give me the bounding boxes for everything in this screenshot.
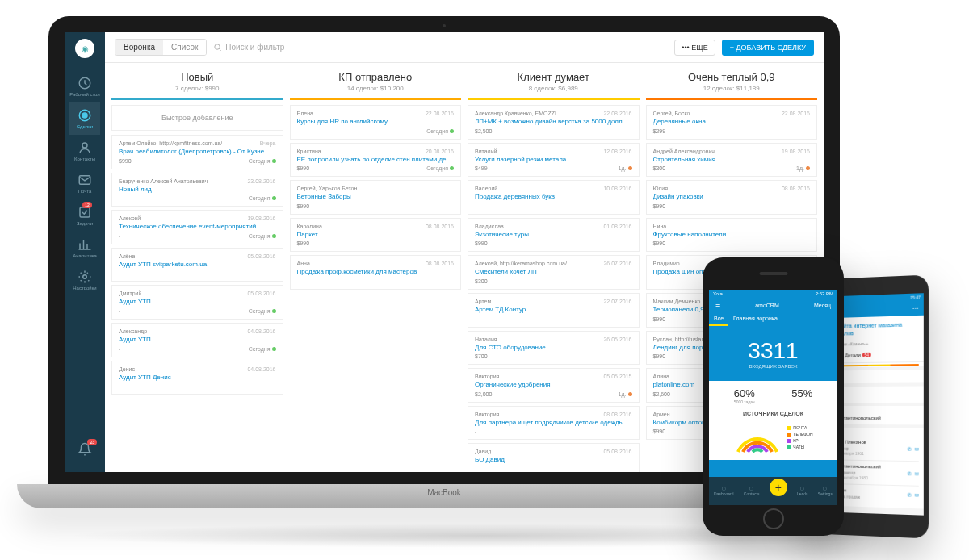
card-title: Фруктовые наполнители xyxy=(653,231,811,239)
deal-card[interactable]: Александр04.08.2016 Аудит УТП -Сегодня xyxy=(111,323,283,357)
deal-card[interactable]: Дмитрий05.08.2016 Аудит УТП -Сегодня xyxy=(111,285,283,320)
card-price: - xyxy=(119,233,120,239)
deal-card[interactable]: Виктория08.08.2016 Для партнера ищет под… xyxy=(468,406,640,441)
deal-card[interactable]: Артем Олейко, http://kpmfitness.com.ua/В… xyxy=(111,135,283,169)
nav-deals[interactable]: Сделки xyxy=(69,102,100,135)
card-title: Органические удобрения xyxy=(475,381,632,389)
call-icon[interactable]: ✆ xyxy=(908,446,912,452)
card-status: Сегодня xyxy=(426,128,454,134)
card-title: Строительная химия xyxy=(653,156,811,164)
deal-card[interactable]: Сергей, Боско22.08.2016 Деревянные окна … xyxy=(646,105,818,140)
deal-card[interactable]: Алексей, http://keramashop.com.ua/26.07.… xyxy=(468,255,640,290)
message-icon[interactable]: ✉ xyxy=(915,470,919,476)
card-title: Техническое обеспечение event-мероприяти… xyxy=(119,223,276,231)
deal-card[interactable]: Сергей, Харьков Бетон Бетонные Заборы $9… xyxy=(290,180,462,215)
card-contact: Андрей Александрович xyxy=(653,148,715,154)
search-input[interactable]: Поиск и фильтр xyxy=(213,43,284,52)
deal-card[interactable]: Давид05.08.2016 БО Давид - xyxy=(468,443,640,472)
add-deal-button[interactable]: + ДОБАВИТЬ СДЕЛКУ xyxy=(722,40,814,56)
card-title: Экзотичесие туры xyxy=(475,231,632,239)
message-icon[interactable]: ✉ xyxy=(915,446,919,452)
message-icon[interactable]: ✉ xyxy=(915,492,919,498)
svg-point-7 xyxy=(215,44,220,49)
deal-card[interactable]: Артем22.07.2016 Артем ТД Контур - xyxy=(468,293,640,328)
deal-card[interactable]: Елена22.08.2016 Курсы для HR по английск… xyxy=(290,105,462,140)
deal-card[interactable]: Юлия08.08.2016 Дизайн упаковки $990 xyxy=(646,180,818,215)
deal-card[interactable]: Александр Кравченко, EMOZZI22.08.2016 ЛП… xyxy=(468,105,640,140)
card-date: 26.07.2016 xyxy=(603,261,631,266)
card-status: 1д. xyxy=(796,165,810,171)
card-price: $990 xyxy=(653,353,666,359)
period-selector[interactable]: Месяц xyxy=(814,303,831,308)
home-button[interactable] xyxy=(763,508,784,529)
card-date: 22.08.2016 xyxy=(603,111,631,116)
call-icon[interactable]: ✆ xyxy=(908,470,912,476)
deal-card[interactable]: Андрей Александрович19.08.2016 Строитель… xyxy=(646,143,818,178)
deal-card[interactable]: Владислав01.08.2016 Экзотичесие туры $99… xyxy=(468,218,640,253)
nav-mail[interactable]: Почта xyxy=(69,167,100,199)
card-title: БО Давид xyxy=(475,456,632,464)
deal-card[interactable]: Наталия26.05.2016 Для СТО оборудование $… xyxy=(468,331,640,366)
card-price: $990 xyxy=(297,165,310,171)
deal-card[interactable]: Кристина20.08.2016 ЕЕ попросили узнать п… xyxy=(290,143,462,178)
card-contact: Валерий xyxy=(475,186,497,191)
card-date: 05.08.2016 xyxy=(247,253,275,259)
card-price: - xyxy=(475,466,476,472)
nav-analytics[interactable]: Аналитика xyxy=(69,232,100,264)
deal-card[interactable]: Алексей19.08.2016 Техническое обеспечени… xyxy=(111,210,283,244)
column-1: КП отправлено14 сделок: $10,200 Елена22.… xyxy=(287,63,465,472)
phone-tab-funnel[interactable]: Главная воронка xyxy=(728,312,782,326)
deal-card[interactable]: Валерий10.08.2016 Продажа деревянных бук… xyxy=(468,180,640,215)
phone-add-button[interactable]: + xyxy=(770,479,787,496)
app-logo[interactable]: ◉ xyxy=(75,39,94,58)
menu-icon[interactable]: ☰ xyxy=(715,302,720,308)
more-button[interactable]: ••• ЕЩЕ xyxy=(674,40,715,56)
deals-icon xyxy=(78,108,92,123)
card-date: 01.08.2016 xyxy=(603,224,631,229)
tab-details[interactable]: Детали 54 xyxy=(841,349,876,363)
nav-dashboard[interactable]: Рабочий стол xyxy=(69,70,100,102)
nav-settings[interactable]: Настройки xyxy=(69,264,100,296)
card-price: $990 xyxy=(653,203,666,209)
view-toggle: Воронка Список xyxy=(115,39,207,56)
card-status: Сегодня xyxy=(249,308,276,314)
card-title: Продажа деревянных букв xyxy=(475,193,632,201)
card-price: $2,000 xyxy=(475,391,492,397)
call-icon[interactable]: ✆ xyxy=(908,492,912,498)
search-icon xyxy=(213,43,222,52)
card-date: 19.08.2016 xyxy=(782,148,810,154)
phone-nav-dashboard[interactable]: ▢Dashboard xyxy=(714,486,733,496)
phone-nav-leads[interactable]: ▢Leads xyxy=(797,486,808,496)
deal-card[interactable]: Денис04.08.2016 Аудит УТП Денис - xyxy=(111,361,283,395)
nav-tasks[interactable]: Задачи12 xyxy=(69,199,100,232)
deal-card[interactable]: Виталий12.08.2016 Услуги лазерной резки … xyxy=(468,143,640,178)
card-contact: Виктория xyxy=(475,374,499,379)
card-contact: Наталия xyxy=(475,336,497,342)
phone-nav-settings[interactable]: ▢Settings xyxy=(818,486,833,496)
deal-card[interactable]: Безрученко Алексей Анатольевич23.08.2016… xyxy=(111,173,283,207)
quick-add[interactable]: Быстрое добавление xyxy=(111,105,283,131)
deal-card[interactable]: Нина Фруктовые наполнители $990 xyxy=(646,218,818,253)
card-status: Сегодня xyxy=(249,195,276,201)
card-price: - xyxy=(297,278,299,284)
card-price: - xyxy=(119,308,120,314)
card-contact: Александр xyxy=(119,328,147,334)
column-0: Новый7 сделок: $990Быстрое добавление Ар… xyxy=(108,63,287,472)
deal-card[interactable]: Анна08.08.2016 Продажа проф.косметики дл… xyxy=(290,255,462,290)
nav-contacts[interactable]: Контакты xyxy=(69,135,100,167)
notifications-icon[interactable]: 23 xyxy=(65,437,105,464)
column-title: Очень теплый 0,9 xyxy=(646,71,818,83)
card-title: Смесители хочет ЛП xyxy=(475,268,632,276)
view-list-button[interactable]: Список xyxy=(163,40,206,55)
deal-card[interactable]: Алёна05.08.2016 Аудит УТП svitparketu.co… xyxy=(111,248,283,282)
phone-tab-all[interactable]: Все xyxy=(709,312,728,326)
card-date: 26.05.2016 xyxy=(603,336,631,342)
phone-nav-contacts[interactable]: ▢Contacts xyxy=(744,486,760,496)
card-title: Артем ТД Контур xyxy=(475,306,632,314)
card-date: 23.08.2016 xyxy=(247,178,275,184)
view-funnel-button[interactable]: Воронка xyxy=(115,40,163,55)
card-date: 08.08.2016 xyxy=(426,261,454,266)
deal-card[interactable]: Каролина08.08.2016 Паркет $990 xyxy=(290,218,462,253)
deal-card[interactable]: Виктория05.05.2015 Органические удобрени… xyxy=(468,368,640,403)
card-title: Новый лид xyxy=(119,186,276,194)
